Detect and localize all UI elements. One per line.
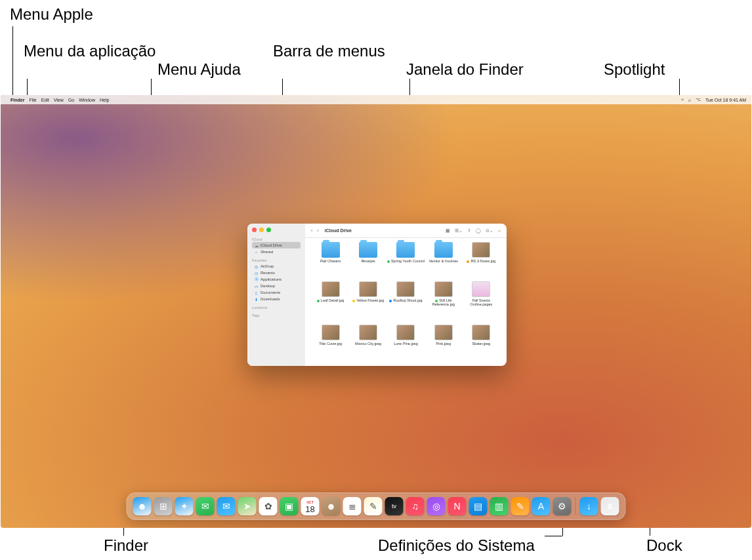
dock-app-finder[interactable]: ☻	[133, 497, 152, 515]
file-item[interactable]: Vendor & Invoices	[425, 242, 462, 279]
file-item[interactable]: Yellow Flower.jpg	[349, 281, 386, 323]
callout-system-settings: Definições do Sistema	[378, 536, 535, 555]
back-button[interactable]: ‹	[310, 228, 313, 233]
tag-dot	[387, 260, 390, 263]
menu-go[interactable]: Go	[68, 98, 74, 102]
file-item[interactable]: Rooftop Shoot.jpg	[387, 281, 425, 323]
callout-line	[282, 79, 283, 95]
view-icons-button[interactable]: ▦	[445, 228, 451, 233]
file-label: Title Cover.jpg	[319, 342, 342, 346]
dock-app-tv[interactable]: tv	[385, 497, 404, 515]
action-button[interactable]: ⊙⌄	[485, 228, 494, 233]
sidebar-item-downloads[interactable]: ⬇Downloads	[252, 296, 301, 302]
menu-window[interactable]: Window	[79, 98, 95, 102]
menu-edit[interactable]: Edit	[41, 98, 49, 102]
callout-line	[679, 79, 680, 95]
dock-app-numbers[interactable]: ▥	[490, 497, 509, 515]
callout-spotlight: Spotlight	[604, 60, 665, 79]
file-item[interactable]: Title Cover.jpg	[312, 325, 349, 362]
dock-app-pages[interactable]: ✎	[511, 497, 530, 515]
finder-toolbar: ‹ › iCloud Drive ▦ ☰⌄ ⇧ ◯ ⊙⌄ ⌕	[305, 224, 507, 238]
dock-app-messages[interactable]: ✉	[196, 497, 215, 515]
file-item[interactable]: Pink.jpeg	[425, 325, 462, 362]
dock-app-downloads[interactable]: ↓	[580, 497, 598, 515]
file-item[interactable]: Fall Scents Outline.pages	[463, 281, 500, 323]
minimize-button[interactable]	[259, 228, 264, 232]
dock-app-safari[interactable]: ✦	[175, 497, 194, 515]
finder-main: ‹ › iCloud Drive ▦ ☰⌄ ⇧ ◯ ⊙⌄ ⌕ Rail Chas…	[305, 224, 507, 366]
menubar-clock[interactable]: Tue Oct 18 9:41 AM	[705, 98, 746, 102]
dock-app-podcasts[interactable]: ◎	[427, 497, 446, 515]
dock-app-maps[interactable]: ➤	[238, 497, 257, 515]
dock-app-trash[interactable]: 🗑	[601, 497, 619, 515]
folder-icon	[396, 242, 415, 258]
file-item[interactable]: Rail Chasers	[312, 242, 349, 279]
dock[interactable]: ☻⊞✦✉✉➤✿▣OCT18☻≣✎tv♫◎N▤▥✎A⚙↓🗑	[127, 492, 626, 520]
dock-app-photos[interactable]: ✿	[259, 497, 278, 515]
dock-app-app-store[interactable]: A	[532, 497, 551, 515]
file-label: Pink.jpeg	[436, 342, 451, 346]
apps-icon: Ⓐ	[254, 277, 259, 282]
dock-app-contacts[interactable]: ☻	[322, 497, 341, 515]
menubar[interactable]: Finder File Edit View Go Window Help ⌔ ⌕…	[1, 95, 751, 104]
dock-app-keynote[interactable]: ▤	[469, 497, 488, 515]
sidebar-item-icloud-drive[interactable]: ☁iCloud Drive	[252, 242, 301, 249]
sidebar-item-recents[interactable]: ◷Recents	[252, 270, 301, 276]
file-item[interactable]: Spring Youth Council	[387, 242, 425, 279]
dock-app-system-settings[interactable]: ⚙	[553, 497, 572, 515]
down-icon: ⬇	[254, 297, 259, 302]
file-item[interactable]: RD.2-Notes.jpg	[463, 242, 500, 279]
dock-app-music[interactable]: ♫	[406, 497, 425, 515]
dock-app-launchpad[interactable]: ⊞	[154, 497, 173, 515]
dock-app-reminders[interactable]: ≣	[343, 497, 362, 515]
file-item[interactable]: Still Life Reference.jpg	[425, 281, 462, 323]
menu-help[interactable]: Help	[100, 98, 109, 102]
spotlight-icon[interactable]: ⌕	[688, 98, 691, 102]
tag-dot	[467, 260, 469, 263]
file-label: Skater.jpeg	[472, 342, 491, 346]
file-item[interactable]: Leaf Detail.jpg	[312, 281, 349, 323]
folder-icon	[434, 242, 453, 258]
dock-app-notes[interactable]: ✎	[364, 497, 383, 515]
dock-app-news[interactable]: N	[448, 497, 467, 515]
file-item[interactable]: Mexico City.jpeg	[349, 325, 386, 362]
callout-menu-apple: Menu Apple	[10, 5, 93, 24]
sidebar-item-label: Downloads	[261, 297, 280, 301]
folder-shared-icon: ⌂	[254, 250, 259, 254]
wifi-icon[interactable]: ⌔	[681, 98, 684, 102]
tag-button[interactable]: ◯	[475, 228, 482, 233]
image-icon	[396, 281, 415, 297]
zoom-button[interactable]	[266, 228, 271, 232]
callout-dock: Dock	[646, 536, 682, 555]
dock-app-calendar[interactable]: OCT18	[301, 497, 320, 515]
file-item[interactable]: Skater.jpeg	[463, 325, 500, 362]
file-item[interactable]: Receipts	[349, 242, 386, 279]
image-icon	[434, 325, 453, 340]
menu-view[interactable]: View	[54, 98, 64, 102]
finder-window[interactable]: iCloud☁iCloud Drive⌂SharedFavorites◎AirD…	[247, 224, 507, 366]
share-button[interactable]: ⇧	[467, 228, 472, 233]
dock-app-facetime[interactable]: ▣	[280, 497, 299, 515]
callout-menubar: Barra de menus	[273, 42, 385, 61]
sidebar-heading: Tags	[252, 313, 301, 317]
sidebar-item-documents[interactable]: ▯Documents	[252, 289, 301, 296]
sidebar-item-shared[interactable]: ⌂Shared	[252, 249, 301, 255]
callout-menu-help: Menu Ajuda	[157, 60, 241, 79]
file-label: RD.2-Notes.jpg	[470, 259, 495, 263]
files-grid[interactable]: Rail ChasersReceiptsSpring Youth Council…	[305, 238, 507, 366]
callout-finder: Finder	[104, 536, 148, 555]
forward-button[interactable]: ›	[316, 228, 319, 233]
group-button[interactable]: ☰⌄	[454, 228, 463, 233]
sidebar-item-applications[interactable]: ⒶApplications	[252, 276, 301, 283]
close-button[interactable]	[252, 228, 257, 232]
search-button[interactable]: ⌕	[497, 228, 501, 233]
app-menu[interactable]: Finder	[10, 98, 24, 102]
window-controls	[247, 224, 305, 234]
sidebar-item-airdrop[interactable]: ◎AirDrop	[252, 263, 301, 270]
control-center-icon[interactable]: ⌥	[696, 97, 701, 102]
sidebar-item-label: Documents	[261, 290, 280, 294]
file-item[interactable]: Lone Pine.jpeg	[387, 325, 425, 362]
menu-file[interactable]: File	[29, 98, 36, 102]
sidebar-item-desktop[interactable]: ▭Desktop	[252, 283, 301, 289]
dock-app-mail[interactable]: ✉	[217, 497, 236, 515]
